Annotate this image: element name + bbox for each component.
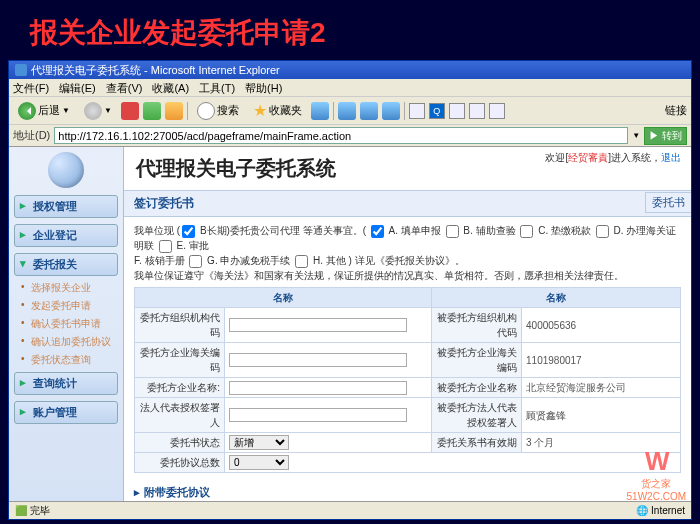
lbl-ent-name: 委托方企业名称: bbox=[135, 378, 225, 398]
status-bar: 🟩 完毕 🌐 Internet bbox=[9, 501, 691, 519]
ext-icon-5[interactable] bbox=[489, 103, 505, 119]
ie-icon bbox=[15, 64, 27, 76]
nav-sub-confirm[interactable]: 确认委托书申请 bbox=[9, 315, 123, 333]
lbl-t-customs: 被委托方企业海关编码 bbox=[432, 343, 522, 378]
address-bar: 地址(D) ▼ ▶ 转到 bbox=[9, 125, 691, 147]
nav-sub-apply[interactable]: 发起委托申请 bbox=[9, 297, 123, 315]
inp-signer[interactable] bbox=[229, 408, 407, 422]
links-label[interactable]: 链接 bbox=[665, 103, 687, 118]
go-button[interactable]: ▶ 转到 bbox=[644, 127, 687, 145]
tab-entrust-doc[interactable]: 委托书 bbox=[645, 192, 691, 213]
nav-account[interactable]: 账户管理 bbox=[14, 401, 118, 424]
menu-view[interactable]: 查看(V) bbox=[106, 81, 143, 94]
address-input[interactable] bbox=[54, 127, 628, 144]
mail-icon[interactable] bbox=[338, 102, 356, 120]
welcome-text: 欢迎[经贸審責]进入系统，退出 bbox=[545, 151, 681, 165]
menu-edit[interactable]: 编辑(E) bbox=[59, 81, 96, 94]
refresh-icon[interactable] bbox=[143, 102, 161, 120]
menu-tools[interactable]: 工具(T) bbox=[199, 81, 235, 94]
lbl-t-ent: 被委托方企业名称 bbox=[432, 378, 522, 398]
val-t-ent: 北京经贸海淀服务公司 bbox=[522, 378, 681, 398]
lbl-signer: 法人代表授权签署人 bbox=[135, 398, 225, 433]
menu-help[interactable]: 帮助(H) bbox=[245, 81, 282, 94]
status-done: 🟩 完毕 bbox=[15, 504, 50, 518]
address-label: 地址(D) bbox=[13, 128, 50, 143]
menu-file[interactable]: 文件(F) bbox=[13, 81, 49, 94]
chk-d[interactable] bbox=[596, 225, 609, 238]
search-icon bbox=[197, 102, 215, 120]
col-name-right: 名称 bbox=[432, 288, 681, 308]
val-t-signer: 顾贤鑫锋 bbox=[522, 398, 681, 433]
section-sign: 签订委托书 bbox=[124, 190, 691, 217]
lbl-status: 委托书状态 bbox=[135, 433, 225, 453]
sel-count[interactable]: 0 bbox=[229, 455, 289, 470]
forward-icon bbox=[84, 102, 102, 120]
nav-auth[interactable]: 授权管理 bbox=[14, 195, 118, 218]
chk-c[interactable] bbox=[520, 225, 533, 238]
search-button[interactable]: 搜索 bbox=[192, 99, 244, 123]
lbl-org-code: 委托方组织机构代码 bbox=[135, 308, 225, 343]
page-content: 授权管理 企业登记 委托报关 选择报关企业 发起委托申请 确认委托书申请 确认追… bbox=[9, 147, 691, 501]
star-icon: ★ bbox=[253, 101, 267, 120]
lbl-t-signer: 被委托方法人代表授权签署人 bbox=[432, 398, 522, 433]
toolbar: 后退▼ ▼ 搜索 ★收藏夹 Q 链接 bbox=[9, 97, 691, 125]
ext-icon-1[interactable] bbox=[409, 103, 425, 119]
window-title: 代理报关电子委托系统 - Microsoft Internet Explorer bbox=[31, 63, 280, 78]
slide-title: 报关企业发起委托申请2 bbox=[0, 0, 700, 60]
lbl-t-org: 被委托方组织机构代码 bbox=[432, 308, 522, 343]
ext-icon-2[interactable]: Q bbox=[429, 103, 445, 119]
favorites-button[interactable]: ★收藏夹 bbox=[248, 98, 307, 123]
chk-e[interactable] bbox=[159, 240, 172, 253]
print-icon[interactable] bbox=[360, 102, 378, 120]
nav-sub-select[interactable]: 选择报关企业 bbox=[9, 279, 123, 297]
inp-ent-name[interactable] bbox=[229, 381, 407, 395]
stop-icon[interactable] bbox=[121, 102, 139, 120]
menu-bar[interactable]: 文件(F) 编辑(E) 查看(V) 收藏(A) 工具(T) 帮助(H) bbox=[9, 79, 691, 97]
chk-g[interactable] bbox=[189, 255, 202, 268]
nav-query[interactable]: 查询统计 bbox=[14, 372, 118, 395]
forward-button[interactable]: ▼ bbox=[79, 99, 117, 123]
back-button[interactable]: 后退▼ bbox=[13, 99, 75, 123]
status-zone: 🌐 Internet bbox=[636, 505, 685, 516]
nav-entrust[interactable]: 委托报关 bbox=[14, 253, 118, 276]
chk-b[interactable] bbox=[446, 225, 459, 238]
logo-icon bbox=[48, 152, 84, 188]
col-name-left: 名称 bbox=[135, 288, 432, 308]
lbl-customs-code: 委托方企业海关编码 bbox=[135, 343, 225, 378]
nav-sub-status[interactable]: 委托状态查询 bbox=[9, 351, 123, 369]
nav-sub-append[interactable]: 确认追加委托协议 bbox=[9, 333, 123, 351]
edit-icon[interactable] bbox=[382, 102, 400, 120]
form-intro: 我单位现 ( B长期)委托贵公司代理 等通关事宜。( A. 填单申报 B. 辅助… bbox=[124, 217, 691, 479]
inp-customs-code[interactable] bbox=[229, 353, 407, 367]
window-titlebar: 代理报关电子委托系统 - Microsoft Internet Explorer bbox=[9, 61, 691, 79]
entrust-form-table: 名称名称 委托方组织机构代码被委托方组织机构代码400005636 委托方企业海… bbox=[134, 287, 681, 473]
back-icon bbox=[18, 102, 36, 120]
val-t-org: 400005636 bbox=[522, 308, 681, 343]
sidebar: 授权管理 企业登记 委托报关 选择报关企业 发起委托申请 确认委托书申请 确认追… bbox=[9, 147, 124, 501]
lbl-valid: 委托关系书有效期 bbox=[432, 433, 522, 453]
browser-window: 代理报关电子委托系统 - Microsoft Internet Explorer… bbox=[8, 60, 692, 520]
sel-status[interactable]: 新增 bbox=[229, 435, 289, 450]
main-pane: 代理报关电子委托系统 欢迎[经贸審責]进入系统，退出 签订委托书 委托书 我单位… bbox=[124, 147, 691, 501]
chk-long-term[interactable] bbox=[182, 225, 195, 238]
chk-h[interactable] bbox=[295, 255, 308, 268]
inp-org-code[interactable] bbox=[229, 318, 407, 332]
val-valid: 3 个月 bbox=[522, 433, 681, 453]
logout-link[interactable]: 退出 bbox=[661, 152, 681, 163]
chk-a[interactable] bbox=[371, 225, 384, 238]
app-header: 代理报关电子委托系统 欢迎[经贸審責]进入系统，退出 bbox=[124, 147, 691, 190]
ext-icon-3[interactable] bbox=[449, 103, 465, 119]
proto1-title: 附带委托协议 bbox=[124, 483, 691, 501]
logo-area bbox=[9, 147, 123, 192]
history-icon[interactable] bbox=[311, 102, 329, 120]
lbl-count: 委托协议总数 bbox=[135, 453, 225, 473]
nav-register[interactable]: 企业登记 bbox=[14, 224, 118, 247]
home-icon[interactable] bbox=[165, 102, 183, 120]
menu-fav[interactable]: 收藏(A) bbox=[152, 81, 189, 94]
val-t-customs: 1101980017 bbox=[522, 343, 681, 378]
ext-icon-4[interactable] bbox=[469, 103, 485, 119]
